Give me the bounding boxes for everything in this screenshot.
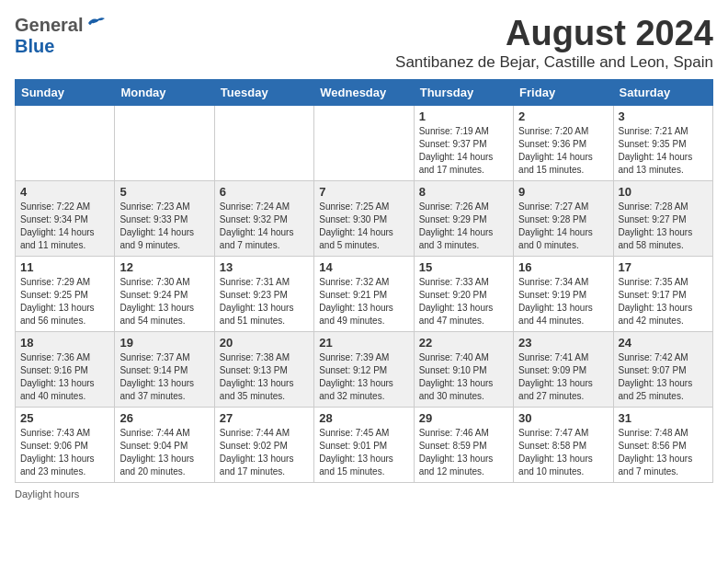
weekday-header-tuesday: Tuesday — [214, 79, 313, 105]
calendar-cell-0-3 — [314, 105, 414, 180]
subtitle: Santibanez de Bejar, Castille and Leon, … — [395, 53, 713, 72]
weekday-header-thursday: Thursday — [414, 79, 513, 105]
calendar-cell-4-3: 28Sunrise: 7:45 AM Sunset: 9:01 PM Dayli… — [314, 407, 414, 482]
day-number: 29 — [419, 411, 508, 425]
day-info: Sunrise: 7:42 AM Sunset: 9:07 PM Dayligh… — [619, 351, 708, 403]
weekday-header-friday: Friday — [514, 79, 613, 105]
calendar-cell-0-5: 2Sunrise: 7:20 AM Sunset: 9:36 PM Daylig… — [514, 105, 613, 180]
weekday-header-monday: Monday — [115, 79, 214, 105]
day-number: 21 — [319, 336, 408, 350]
day-info: Sunrise: 7:44 AM Sunset: 9:04 PM Dayligh… — [119, 427, 209, 478]
calendar-cell-4-6: 31Sunrise: 7:48 AM Sunset: 8:56 PM Dayli… — [613, 407, 712, 482]
day-number: 10 — [619, 185, 708, 199]
day-number: 15 — [419, 260, 508, 274]
day-info: Sunrise: 7:43 AM Sunset: 9:06 PM Dayligh… — [20, 427, 109, 478]
calendar-cell-0-0 — [16, 105, 115, 180]
day-info: Sunrise: 7:26 AM Sunset: 9:29 PM Dayligh… — [419, 201, 508, 252]
calendar-cell-0-4: 1Sunrise: 7:19 AM Sunset: 9:37 PM Daylig… — [414, 105, 513, 180]
logo-blue: Blue — [15, 36, 105, 57]
day-info: Sunrise: 7:48 AM Sunset: 8:56 PM Dayligh… — [619, 427, 708, 478]
day-info: Sunrise: 7:32 AM Sunset: 9:21 PM Dayligh… — [319, 276, 408, 327]
calendar-cell-3-1: 19Sunrise: 7:37 AM Sunset: 9:14 PM Dayli… — [115, 331, 214, 407]
day-number: 2 — [518, 109, 608, 123]
day-info: Sunrise: 7:40 AM Sunset: 9:10 PM Dayligh… — [419, 351, 508, 403]
day-info: Sunrise: 7:25 AM Sunset: 9:30 PM Dayligh… — [319, 201, 408, 252]
logo-general: General — [15, 15, 83, 36]
calendar-cell-1-5: 9Sunrise: 7:27 AM Sunset: 9:28 PM Daylig… — [514, 180, 613, 256]
week-row-5: 25Sunrise: 7:43 AM Sunset: 9:06 PM Dayli… — [16, 407, 713, 482]
calendar-cell-0-2 — [214, 105, 313, 180]
calendar-cell-2-4: 15Sunrise: 7:33 AM Sunset: 9:20 PM Dayli… — [414, 256, 513, 331]
day-number: 30 — [518, 411, 608, 425]
calendar-cell-1-1: 5Sunrise: 7:23 AM Sunset: 9:33 PM Daylig… — [115, 180, 214, 256]
day-number: 9 — [518, 185, 608, 199]
weekday-header-sunday: Sunday — [16, 79, 115, 105]
calendar-cell-1-0: 4Sunrise: 7:22 AM Sunset: 9:34 PM Daylig… — [16, 180, 115, 256]
day-info: Sunrise: 7:38 AM Sunset: 9:13 PM Dayligh… — [220, 351, 309, 403]
week-row-2: 4Sunrise: 7:22 AM Sunset: 9:34 PM Daylig… — [16, 180, 713, 256]
day-info: Sunrise: 7:27 AM Sunset: 9:28 PM Dayligh… — [518, 201, 608, 252]
day-info: Sunrise: 7:28 AM Sunset: 9:27 PM Dayligh… — [619, 201, 708, 252]
calendar-cell-2-6: 17Sunrise: 7:35 AM Sunset: 9:17 PM Dayli… — [613, 256, 712, 331]
day-info: Sunrise: 7:36 AM Sunset: 9:16 PM Dayligh… — [20, 351, 109, 403]
footer-note: Daylight hours — [15, 488, 713, 500]
day-info: Sunrise: 7:30 AM Sunset: 9:24 PM Dayligh… — [119, 276, 209, 327]
day-number: 26 — [119, 411, 209, 425]
day-number: 27 — [220, 411, 309, 425]
day-number: 4 — [20, 185, 109, 199]
day-number: 17 — [619, 260, 708, 274]
day-number: 8 — [419, 185, 508, 199]
day-number: 12 — [119, 260, 209, 274]
day-number: 13 — [220, 260, 309, 274]
calendar-cell-2-5: 16Sunrise: 7:34 AM Sunset: 9:19 PM Dayli… — [514, 256, 613, 331]
calendar-cell-1-2: 6Sunrise: 7:24 AM Sunset: 9:32 PM Daylig… — [214, 180, 313, 256]
calendar-cell-1-6: 10Sunrise: 7:28 AM Sunset: 9:27 PM Dayli… — [613, 180, 712, 256]
day-info: Sunrise: 7:22 AM Sunset: 9:34 PM Dayligh… — [20, 201, 109, 252]
calendar-cell-1-4: 8Sunrise: 7:26 AM Sunset: 9:29 PM Daylig… — [414, 180, 513, 256]
week-row-3: 11Sunrise: 7:29 AM Sunset: 9:25 PM Dayli… — [16, 256, 713, 331]
calendar-cell-3-4: 22Sunrise: 7:40 AM Sunset: 9:10 PM Dayli… — [414, 331, 513, 407]
day-info: Sunrise: 7:39 AM Sunset: 9:12 PM Dayligh… — [319, 351, 408, 403]
day-number: 3 — [619, 109, 708, 123]
calendar-cell-4-4: 29Sunrise: 7:46 AM Sunset: 8:59 PM Dayli… — [414, 407, 513, 482]
calendar-cell-3-0: 18Sunrise: 7:36 AM Sunset: 9:16 PM Dayli… — [16, 331, 115, 407]
day-number: 1 — [419, 109, 508, 123]
day-info: Sunrise: 7:35 AM Sunset: 9:17 PM Dayligh… — [619, 276, 708, 327]
day-number: 18 — [20, 336, 109, 350]
day-info: Sunrise: 7:44 AM Sunset: 9:02 PM Dayligh… — [220, 427, 309, 478]
day-info: Sunrise: 7:29 AM Sunset: 9:25 PM Dayligh… — [20, 276, 109, 327]
day-number: 20 — [220, 336, 309, 350]
day-info: Sunrise: 7:23 AM Sunset: 9:33 PM Dayligh… — [119, 201, 209, 252]
calendar-cell-2-0: 11Sunrise: 7:29 AM Sunset: 9:25 PM Dayli… — [16, 256, 115, 331]
weekday-header-saturday: Saturday — [613, 79, 712, 105]
day-number: 11 — [20, 260, 109, 274]
day-number: 24 — [619, 336, 708, 350]
calendar-cell-2-3: 14Sunrise: 7:32 AM Sunset: 9:21 PM Dayli… — [314, 256, 414, 331]
day-number: 19 — [119, 336, 209, 350]
calendar-cell-1-3: 7Sunrise: 7:25 AM Sunset: 9:30 PM Daylig… — [314, 180, 414, 256]
calendar-cell-3-3: 21Sunrise: 7:39 AM Sunset: 9:12 PM Dayli… — [314, 331, 414, 407]
day-number: 22 — [419, 336, 508, 350]
logo: General Blue — [15, 15, 105, 57]
calendar-cell-4-1: 26Sunrise: 7:44 AM Sunset: 9:04 PM Dayli… — [115, 407, 214, 482]
day-info: Sunrise: 7:33 AM Sunset: 9:20 PM Dayligh… — [419, 276, 508, 327]
day-info: Sunrise: 7:24 AM Sunset: 9:32 PM Dayligh… — [220, 201, 309, 252]
day-number: 25 — [20, 411, 109, 425]
day-info: Sunrise: 7:41 AM Sunset: 9:09 PM Dayligh… — [518, 351, 608, 403]
day-info: Sunrise: 7:37 AM Sunset: 9:14 PM Dayligh… — [119, 351, 209, 403]
main-title: August 2024 — [395, 15, 713, 53]
calendar-cell-3-2: 20Sunrise: 7:38 AM Sunset: 9:13 PM Dayli… — [214, 331, 313, 407]
calendar-cell-4-2: 27Sunrise: 7:44 AM Sunset: 9:02 PM Dayli… — [214, 407, 313, 482]
day-info: Sunrise: 7:21 AM Sunset: 9:35 PM Dayligh… — [619, 125, 708, 177]
week-row-1: 1Sunrise: 7:19 AM Sunset: 9:37 PM Daylig… — [16, 105, 713, 180]
header: General Blue August 2024 Santibanez de B… — [15, 15, 713, 72]
day-number: 6 — [220, 185, 309, 199]
day-info: Sunrise: 7:34 AM Sunset: 9:19 PM Dayligh… — [518, 276, 608, 327]
day-number: 23 — [518, 336, 608, 350]
calendar-cell-2-2: 13Sunrise: 7:31 AM Sunset: 9:23 PM Dayli… — [214, 256, 313, 331]
calendar-cell-0-6: 3Sunrise: 7:21 AM Sunset: 9:35 PM Daylig… — [613, 105, 712, 180]
logo-bird-icon — [85, 16, 105, 32]
calendar-cell-0-1 — [115, 105, 214, 180]
title-area: August 2024 Santibanez de Bejar, Castill… — [395, 15, 713, 72]
day-info: Sunrise: 7:19 AM Sunset: 9:37 PM Dayligh… — [419, 125, 508, 177]
